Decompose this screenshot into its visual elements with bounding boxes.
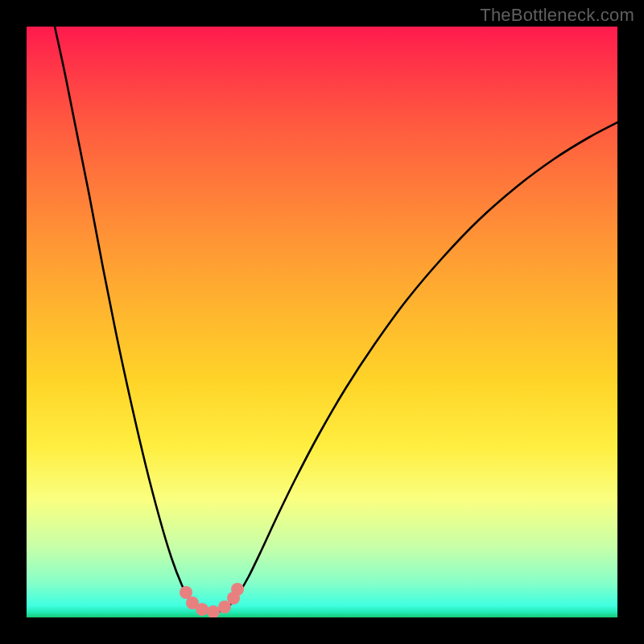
bottleneck-curve	[55, 27, 617, 613]
curve-marker	[196, 603, 208, 616]
chart-plot-area	[27, 27, 617, 617]
curve-markers	[180, 583, 244, 617]
chart-svg	[27, 27, 617, 617]
curve-marker	[231, 583, 244, 596]
chart-frame: TheBottleneck.com	[0, 0, 644, 644]
curve-marker	[207, 605, 220, 617]
watermark-text: TheBottleneck.com	[480, 5, 634, 26]
